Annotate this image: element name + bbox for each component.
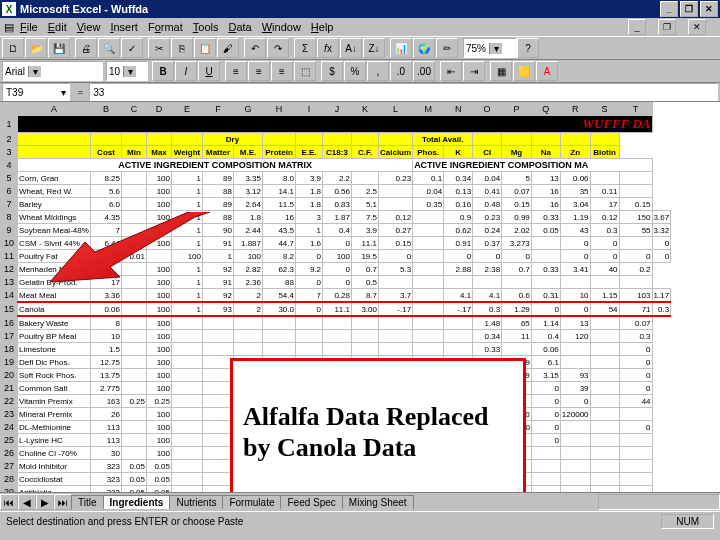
function-button[interactable]: fx	[317, 38, 339, 58]
close-button[interactable]: ✕	[700, 1, 718, 17]
open-button[interactable]: 📂	[25, 38, 47, 58]
map-button[interactable]: 🌍	[413, 38, 435, 58]
menu-insert[interactable]: Insert	[110, 21, 138, 33]
drawing-button[interactable]: ✏	[436, 38, 458, 58]
fontsize-combo[interactable]: 10▾	[106, 61, 148, 81]
borders-button[interactable]: ▦	[490, 61, 512, 81]
menubar: ▤ FFileile Edit View Insert Format Tools…	[0, 18, 720, 36]
sheet-tab-formulate[interactable]: Formulate	[222, 495, 281, 509]
worksheet-grid[interactable]: ABCDEFGHIJKLMNOPQRST1WUFFF DA2DryTotal A…	[0, 102, 720, 492]
font-color-button[interactable]: A	[536, 61, 558, 81]
redo-button[interactable]: ↷	[267, 38, 289, 58]
autosum-button[interactable]: Σ	[294, 38, 316, 58]
comma-button[interactable]: ,	[367, 61, 389, 81]
chart-button[interactable]: 📊	[390, 38, 412, 58]
currency-button[interactable]: $	[321, 61, 343, 81]
title-text: Microsoft Excel - Wuffda	[20, 3, 148, 15]
maximize-button[interactable]: ❐	[680, 1, 698, 17]
sort-asc-button[interactable]: A↓	[340, 38, 362, 58]
inc-dec-button[interactable]: .0	[390, 61, 412, 81]
formula-input[interactable]: 33	[89, 83, 718, 101]
inc-indent-button[interactable]: ⇥	[463, 61, 485, 81]
formula-bar: T39▾ = 33	[0, 83, 720, 102]
menu-help[interactable]: Help	[311, 21, 334, 33]
percent-button[interactable]: %	[344, 61, 366, 81]
format-painter-button[interactable]: 🖌	[217, 38, 239, 58]
num-lock-indicator: NUM	[661, 514, 714, 529]
underline-button[interactable]: U	[198, 61, 220, 81]
titlebar: X Microsoft Excel - Wuffda _ ❐ ✕	[0, 0, 720, 18]
menu-data[interactable]: Data	[228, 21, 251, 33]
tab-next-button[interactable]: ▶	[36, 494, 54, 510]
print-button[interactable]: 🖨	[75, 38, 97, 58]
sort-desc-button[interactable]: Z↓	[363, 38, 385, 58]
menu-edit[interactable]: Edit	[48, 21, 67, 33]
tab-prev-button[interactable]: ◀	[18, 494, 36, 510]
dec-indent-button[interactable]: ⇤	[440, 61, 462, 81]
spell-button[interactable]: ✓	[121, 38, 143, 58]
sheet-tabs: ⏮ ◀ ▶ ⏭ TitleIngredientsNutrientsFormula…	[0, 492, 720, 511]
dec-dec-button[interactable]: .00	[413, 61, 435, 81]
align-center-button[interactable]: ≡	[248, 61, 270, 81]
status-bar: Select destination and press ENTER or ch…	[0, 511, 720, 530]
align-right-button[interactable]: ≡	[271, 61, 293, 81]
tab-last-button[interactable]: ⏭	[54, 494, 72, 510]
menu-file[interactable]: FFileile	[20, 21, 38, 33]
doc-minimize-button[interactable]: _	[628, 19, 646, 35]
preview-button[interactable]: 🔍	[98, 38, 120, 58]
menu-window[interactable]: Window	[262, 21, 301, 33]
hscroll[interactable]	[598, 494, 720, 510]
doc-maximize-button[interactable]: ❐	[658, 19, 676, 35]
bold-button[interactable]: B	[152, 61, 174, 81]
app-small-icon: ▤	[4, 21, 14, 34]
align-left-button[interactable]: ≡	[225, 61, 247, 81]
doc-close-button[interactable]: ✕	[688, 19, 706, 35]
app-icon: X	[2, 2, 16, 16]
format-toolbar: Arial▾ 10▾ B I U ≡ ≡ ≡ ⬚ $ % , .0 .00 ⇤ …	[0, 60, 720, 83]
overlay-callout: Alfalfa Data Replaced by Canola Data	[230, 358, 526, 492]
help-button[interactable]: ?	[517, 38, 539, 58]
font-combo[interactable]: Arial▾	[2, 61, 103, 81]
menu-format[interactable]: Format	[148, 21, 183, 33]
name-box[interactable]: T39▾	[2, 83, 70, 101]
fill-color-button[interactable]: 🟨	[513, 61, 535, 81]
tab-first-button[interactable]: ⏮	[0, 494, 18, 510]
paste-button[interactable]: 📋	[194, 38, 216, 58]
italic-button[interactable]: I	[175, 61, 197, 81]
cut-button[interactable]: ✂	[148, 38, 170, 58]
sheet-tab-nutrients[interactable]: Nutrients	[169, 495, 223, 509]
standard-toolbar: 🗋 📂 💾 🖨 🔍 ✓ ✂ ⎘ 📋 🖌 ↶ ↷ Σ fx A↓ Z↓ 📊 🌍 ✏…	[0, 36, 720, 60]
save-button[interactable]: 💾	[48, 38, 70, 58]
copy-button[interactable]: ⎘	[171, 38, 193, 58]
menu-tools[interactable]: Tools	[193, 21, 219, 33]
new-button[interactable]: 🗋	[2, 38, 24, 58]
menu-view[interactable]: View	[77, 21, 101, 33]
sheet-tab-ingredients[interactable]: Ingredients	[103, 495, 171, 509]
sheet-tab-feed spec[interactable]: Feed Spec	[280, 495, 342, 509]
zoom-combo[interactable]: 75%▾	[463, 38, 517, 58]
merge-button[interactable]: ⬚	[294, 61, 316, 81]
minimize-button[interactable]: _	[660, 1, 678, 17]
sheet-tab-mixing sheet[interactable]: Mixing Sheet	[342, 495, 414, 509]
status-text: Select destination and press ENTER or ch…	[6, 516, 243, 527]
sheet-tab-title[interactable]: Title	[71, 495, 104, 509]
undo-button[interactable]: ↶	[244, 38, 266, 58]
